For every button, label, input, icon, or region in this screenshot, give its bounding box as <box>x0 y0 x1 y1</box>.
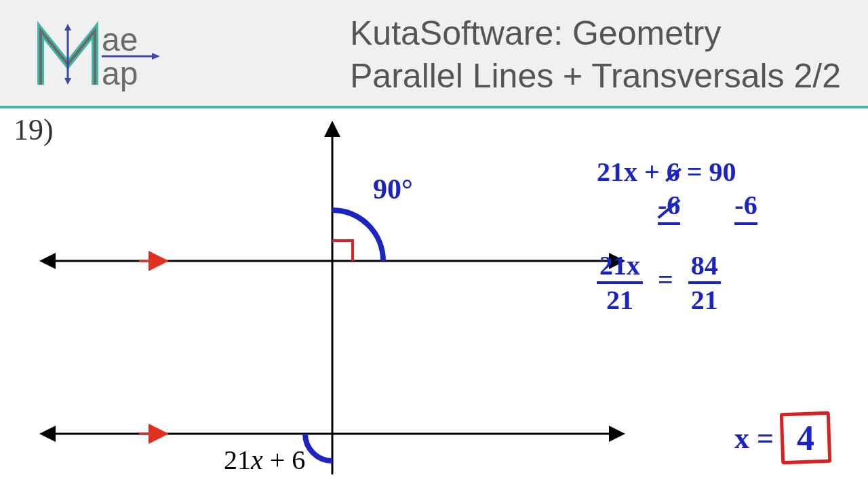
final-answer: x = 4 <box>734 412 831 464</box>
page-title: KutaSoftware: Geometry Parallel Lines + … <box>350 12 841 97</box>
struck-six: 6 <box>667 156 680 188</box>
fraction-rhs: 84 21 <box>688 249 721 316</box>
subtract-step: -6 -6 <box>597 189 841 225</box>
title-line-2: Parallel Lines + Transversals 2/2 <box>350 55 841 98</box>
brand-logo: ae ap <box>34 17 203 92</box>
svg-marker-4 <box>64 78 71 85</box>
content-area: 19) 90° 21x + 6 21x <box>0 108 868 488</box>
answer-lhs: x = <box>734 421 774 455</box>
solution-work: 21x + 6 = 90 -6 -6 21x 21 = 84 21 <box>597 156 841 320</box>
title-line-1: KutaSoftware: Geometry <box>350 12 841 55</box>
svg-text:ap: ap <box>102 56 138 92</box>
minus-six-right: -6 <box>734 189 757 225</box>
geometry-diagram <box>0 108 651 488</box>
svg-marker-6 <box>152 53 160 60</box>
angle-expression-label: 21x + 6 <box>224 444 305 476</box>
equation-1: 21x + 6 = 90 <box>597 156 841 188</box>
fraction-lhs: 21x 21 <box>597 249 643 316</box>
equation-2: 21x 21 = 84 21 <box>597 249 841 316</box>
answer-box: 4 <box>781 412 831 464</box>
header-bar: ae ap KutaSoftware: Geometry Parallel Li… <box>0 0 868 108</box>
svg-marker-3 <box>64 24 71 30</box>
minus-six-left: -6 <box>658 189 680 225</box>
angle-label-90: 90° <box>373 173 413 205</box>
maemap-logo-svg: ae ap <box>34 17 203 92</box>
svg-text:ae: ae <box>102 22 138 58</box>
